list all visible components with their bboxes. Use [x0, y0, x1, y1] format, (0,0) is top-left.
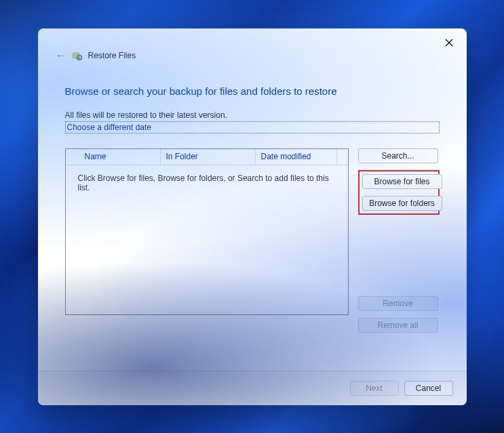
dialog-footer: Next Cancel [38, 371, 467, 405]
column-header-folder[interactable]: In Folder [161, 149, 256, 165]
intro-text: All files will be restored to their late… [65, 110, 440, 120]
svg-point-1 [77, 55, 82, 60]
file-list-header: Name In Folder Date modified [66, 149, 348, 165]
browse-files-button[interactable]: Browse for files [362, 174, 442, 189]
close-icon [445, 38, 453, 49]
next-button: Next [350, 381, 399, 396]
column-header-date[interactable]: Date modified [256, 149, 337, 165]
browse-folders-button[interactable]: Browse for folders [362, 196, 442, 211]
choose-date-link[interactable]: Choose a different date [65, 121, 440, 133]
restore-files-dialog: ← Restore Files Browse or search your ba… [38, 28, 467, 405]
dialog-title: Restore Files [88, 51, 136, 60]
page-heading: Browse or search your backup for files a… [65, 85, 440, 97]
search-button[interactable]: Search... [358, 148, 438, 163]
back-arrow-icon: ← [56, 50, 66, 61]
remove-all-button: Remove all [358, 318, 438, 333]
file-list[interactable]: Name In Folder Date modified Click Brows… [65, 148, 349, 315]
browse-highlight-box: Browse for files Browse for folders [358, 170, 440, 215]
column-header-spacer [337, 149, 348, 165]
close-button[interactable] [441, 35, 457, 51]
side-buttons: Search... Browse for files Browse for fo… [358, 148, 440, 333]
cancel-button[interactable]: Cancel [404, 381, 453, 396]
main-row: Name In Folder Date modified Click Brows… [65, 148, 440, 333]
button-spacer [358, 222, 440, 289]
restore-files-icon [72, 50, 83, 61]
remove-button: Remove [358, 296, 438, 311]
file-list-placeholder: Click Browse for files, Browse for folde… [66, 165, 348, 201]
header-row: ← Restore Files [38, 28, 467, 66]
content-area: Browse or search your backup for files a… [38, 66, 467, 371]
column-header-name[interactable]: Name [66, 149, 161, 165]
